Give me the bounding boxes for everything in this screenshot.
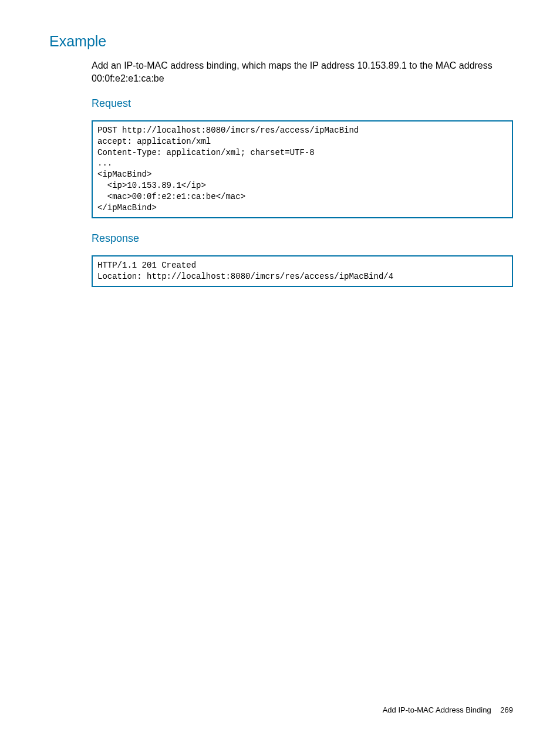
response-code-block: HTTP/1.1 201 Created Location: http://lo… bbox=[92, 255, 513, 287]
request-code-block: POST http://localhost:8080/imcrs/res/acc… bbox=[92, 120, 513, 218]
request-heading: Request bbox=[92, 97, 513, 110]
example-description: Add an IP-to-MAC address binding, which … bbox=[92, 59, 513, 86]
page-footer: Add IP-to-MAC Address Binding 269 bbox=[383, 706, 513, 714]
example-heading: Example bbox=[49, 33, 513, 50]
response-heading: Response bbox=[92, 232, 513, 245]
page-number: 269 bbox=[500, 706, 513, 714]
footer-title: Add IP-to-MAC Address Binding bbox=[383, 706, 491, 714]
